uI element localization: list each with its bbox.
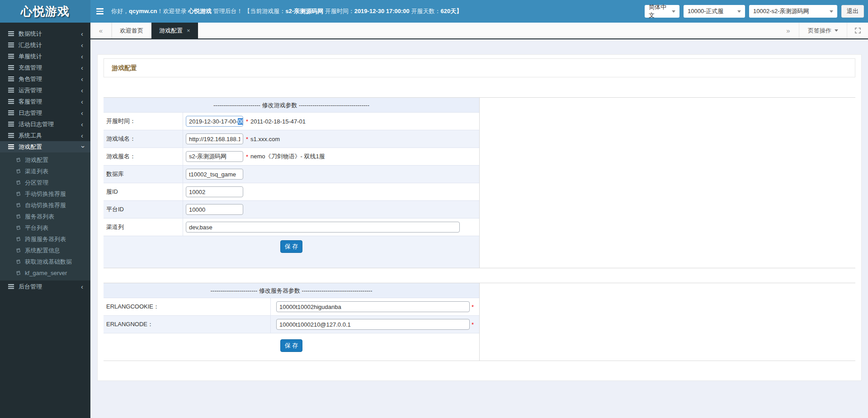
open-days-text: 620天】 [440,8,462,14]
tab-welcome-home[interactable]: 欢迎首页 [112,23,151,38]
tabs-scroll-left-button[interactable]: « [90,23,112,38]
book-icon [16,259,21,264]
field-label: 服ID [104,183,183,200]
chevron-left-icon: ‹ [81,64,83,71]
tab-operations-dropdown[interactable]: 页签操作 [799,23,847,38]
open-time-input[interactable]: 2019-12-30-17-00-00 [186,116,243,127]
game-config-submenu: 游戏配置 渠道列表 分区管理 手动切换推荐服 自动切换推荐服 服务器列表 平台列… [0,152,90,280]
list-icon [8,65,14,70]
caret-down-icon [835,29,838,32]
selected-text: 00 [238,118,243,125]
submenu-item-system-config-info[interactable]: 系统配置信息 [0,245,90,256]
book-icon [16,214,21,219]
field-value-cell: * [271,298,479,315]
list-icon [8,99,14,104]
tab-game-config[interactable]: 游戏配置× [151,23,198,38]
required-mark: * [246,153,248,160]
game-domain-input[interactable] [186,133,243,144]
sidebar-item-data-stats[interactable]: 数据统计‹ [0,28,90,39]
platform-select[interactable]: 10000-正式服 [684,5,745,18]
erlang-node-input[interactable] [276,319,470,330]
list-icon [8,88,14,93]
content-panel: 游戏配置 ------------------------ 修改游戏参数 ---… [97,54,862,381]
submenu-item-channel-list[interactable]: 渠道列表 [0,166,90,177]
game-params-section: ------------------------ 修改游戏参数 --------… [104,97,855,268]
sidebar-item-operation-mgmt[interactable]: 运营管理‹ [0,85,90,96]
book-icon [16,180,21,185]
sidebar-item-recharge-mgmt[interactable]: 充值管理‹ [0,62,90,73]
sidebar-item-role-mgmt[interactable]: 角色管理‹ [0,73,90,85]
submenu-item-platform-list[interactable]: 平台列表 [0,222,90,233]
field-value-cell: * nemo《刀剑物语》- 双线1服 [183,148,479,165]
form-row-game-domain: 游戏域名： * s1.xxx.com [104,130,479,148]
open-time-text: 2019-12-30 17:00:00 [354,8,410,14]
language-select[interactable]: 简体中文 [645,5,679,18]
app-logo: 心悦游戏 [0,0,90,23]
logout-button[interactable]: 退出 [841,5,864,18]
sidebar-item-single-server-stats[interactable]: 单服统计‹ [0,51,90,62]
form-row-database: 数据库 [104,166,479,183]
sidebar-item-customer-service[interactable]: 客服管理‹ [0,96,90,107]
book-icon [16,191,21,196]
field-note: nemo《刀剑物语》- 双线1服 [250,152,325,161]
field-value-cell [183,218,479,236]
fullscreen-button[interactable] [847,23,868,38]
field-value-cell [183,201,479,218]
list-icon [8,31,14,36]
list-icon [8,110,14,115]
book-icon [16,271,21,276]
submenu-item-fetch-game-base-data[interactable]: 获取游戏基础数据 [0,256,90,267]
app-window: 心悦游戏 你好，qcymw.cn！欢迎登录 心悦游戏 管理后台！ 【当前游戏服：… [0,0,868,418]
save-server-params-button[interactable]: 保 存 [280,339,303,352]
field-note: 2011-02-18-15-47-01 [250,118,306,125]
save-game-params-button[interactable]: 保 存 [280,240,303,253]
submenu-item-cross-server-list[interactable]: 跨服服务器列表 [0,233,90,245]
field-value-cell: 2019-12-30-17-00-00 * 2011-02-18-15-47-0… [183,113,479,130]
server-id-input[interactable] [186,186,243,197]
channel-list-input[interactable] [186,222,460,233]
submenu-item-partition-mgmt[interactable]: 分区管理 [0,177,90,188]
submenu-item-auto-switch-recommend[interactable]: 自动切换推荐服 [0,200,90,211]
sidebar-toggle-icon[interactable] [95,6,104,16]
list-icon [8,133,14,138]
required-mark: * [472,304,474,310]
form-row-platform-id: 平台ID [104,201,479,218]
field-value-cell [183,166,479,183]
chevron-left-icon: ‹ [81,98,83,105]
field-value-cell: * s1.xxx.com [183,130,479,147]
expand-icon [855,28,861,33]
save-row: 保 存 [104,333,479,361]
list-icon [8,43,14,48]
submenu-item-kf-game-server[interactable]: kf_game_server [0,267,90,279]
erlang-cookie-input[interactable] [276,301,470,312]
close-tab-icon[interactable]: × [187,27,190,34]
platform-id-input[interactable] [186,204,243,215]
database-input[interactable] [186,169,243,180]
chevron-left-icon: ‹ [81,42,83,48]
tabs-scroll-right-button[interactable]: » [778,23,799,38]
sidebar-item-system-tools[interactable]: 系统工具‹ [0,130,90,141]
submenu-item-manual-switch-recommend[interactable]: 手动切换推荐服 [0,188,90,200]
chevron-left-icon: ‹ [81,109,83,116]
submenu-item-game-config[interactable]: 游戏配置 [0,154,90,166]
sidebar-item-game-config[interactable]: 游戏配置‹ [0,141,90,152]
chevron-left-icon: ‹ [81,53,83,60]
sidebar-item-summary-stats[interactable]: 汇总统计‹ [0,39,90,51]
list-icon [8,284,14,289]
game-server-select[interactable]: 10002-s2-亲测源码网 [749,5,837,18]
form-row-channel-list: 渠道列 [104,218,479,236]
field-label: ERLANGCOOKIE： [104,298,271,315]
chevron-left-icon: ‹ [81,132,83,139]
server-name-input[interactable] [186,151,243,162]
submenu-item-server-list[interactable]: 服务器列表 [0,211,90,222]
sidebar-item-log-mgmt[interactable]: 日志管理‹ [0,107,90,119]
field-label: ERLANGNODE： [104,316,271,333]
sidebar-item-backend-mgmt[interactable]: 后台管理‹ [0,281,90,292]
book-icon [16,157,21,162]
book-icon [16,225,21,230]
chevron-left-icon: ‹ [81,30,83,37]
sidebar-item-activity-log-mgmt[interactable]: 活动日志管理‹ [0,119,90,130]
game-params-table: ------------------------ 修改游戏参数 --------… [104,98,480,268]
chevron-left-icon: ‹ [81,121,83,128]
book-icon [16,237,21,242]
